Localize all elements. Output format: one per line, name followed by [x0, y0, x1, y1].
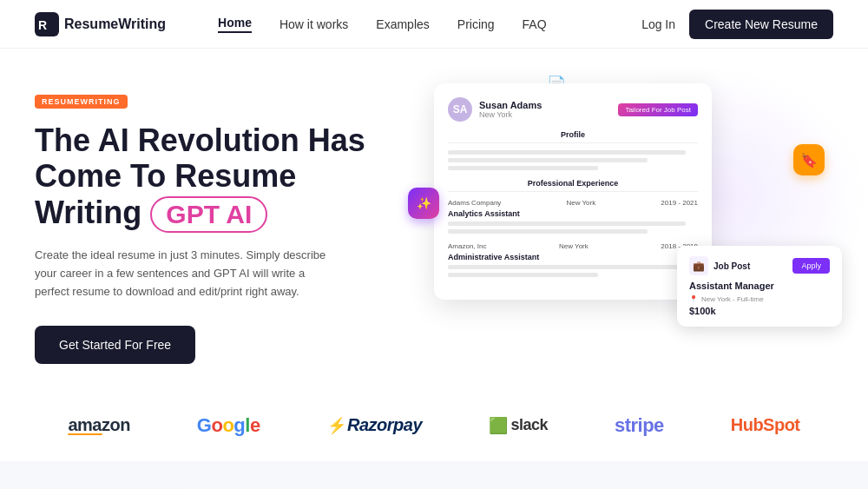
nav-pricing[interactable]: Pricing	[457, 17, 495, 31]
razorpay-logo: ⚡ Razorpay	[327, 415, 423, 435]
exp2-lines	[448, 265, 698, 277]
job-icon: 💼	[689, 256, 708, 275]
hero-title-line1: The AI Revolution Has	[35, 122, 365, 158]
exp1-company: Adams Company	[448, 199, 501, 207]
float-icon-purple: ✨	[408, 188, 439, 219]
resume-line	[448, 221, 686, 226]
exp-header-1: Adams Company New York 2019 - 2021	[448, 199, 698, 207]
hero-badge: RESUMEWRITING	[35, 95, 128, 109]
exp2-role: Administrative Assistant	[448, 253, 698, 261]
resume-location: New York	[479, 110, 542, 119]
logo-text: ResumeWriting	[64, 17, 166, 32]
google-logo: Google	[197, 414, 260, 437]
hubspot-text: HubSpot	[731, 415, 800, 434]
exp-item-1: Adams Company New York 2019 - 2021 Analy…	[448, 199, 698, 234]
nav-links: Home How it works Examples Pricing FAQ	[218, 16, 641, 33]
exp2-location: New York	[559, 242, 589, 250]
exp-header-2: Amazon, Inc New York 2018 - 2019	[448, 242, 698, 250]
job-post-card: 💼 Job Post Apply Assistant Manager 📍 New…	[677, 246, 842, 327]
job-meta: 📍 New York - Full-time	[689, 295, 830, 303]
hero-title-line3: Writing	[35, 195, 141, 230]
resume-card: SA Susan Adams New York Tailored For Job…	[434, 83, 712, 300]
resume-name-block: Susan Adams New York	[479, 100, 542, 119]
exp-item-2: Amazon, Inc New York 2018 - 2019 Adminis…	[448, 242, 698, 277]
logo-icon: R	[35, 12, 59, 36]
job-post-header: 💼 Job Post Apply	[689, 256, 830, 275]
navbar: R ResumeWriting Home How it works Exampl…	[0, 0, 868, 49]
location-icon: 📍	[689, 295, 698, 303]
exp1-role: Analytics Assistant	[448, 209, 698, 218]
stripe-text: stripe	[615, 414, 664, 436]
resume-name: Susan Adams	[479, 100, 542, 110]
slack-logo: 🟩 slack	[489, 416, 548, 435]
nav-home[interactable]: Home	[218, 16, 252, 33]
nav-examples[interactable]: Examples	[376, 17, 429, 31]
slack-text: slack	[510, 416, 548, 434]
amazon-logo: amazon	[68, 415, 129, 435]
get-started-button[interactable]: Get Started For Free	[35, 326, 195, 364]
profile-section-title: Profile	[448, 130, 698, 143]
hero-description: Create the ideal resume in just 3 minute…	[35, 247, 330, 301]
resume-line	[448, 229, 648, 234]
hero-title-line2: Come To Resume	[35, 158, 296, 194]
resume-line	[448, 158, 648, 162]
resume-line	[448, 265, 686, 269]
hero-visual: 📄 + + SA Susan Adams New York Tailored F…	[417, 83, 833, 327]
profile-lines	[448, 150, 698, 170]
resume-line	[448, 273, 598, 277]
hero-title: The AI Revolution Has Come To Resume Wri…	[35, 122, 399, 233]
hubspot-logo: HubSpot	[731, 415, 800, 435]
exp-section-title: Professional Experience	[448, 179, 698, 192]
login-button[interactable]: Log In	[641, 17, 675, 31]
exp1-lines	[448, 221, 698, 234]
job-title: Assistant Manager	[689, 281, 830, 291]
nav-how-it-works[interactable]: How it works	[279, 17, 348, 31]
g-letter: G	[197, 414, 212, 436]
avatar: SA	[448, 97, 472, 122]
hero-section: RESUMEWRITING The AI Revolution Has Come…	[0, 49, 868, 390]
create-resume-button[interactable]: Create New Resume	[689, 10, 833, 39]
tailored-badge: Tailored For Job Post	[618, 103, 698, 116]
slack-icon: 🟩	[489, 416, 508, 435]
razorpay-icon: ⚡	[327, 416, 346, 435]
svg-text:R: R	[38, 18, 47, 32]
job-post-label: Job Post	[713, 261, 750, 271]
apply-button[interactable]: Apply	[792, 258, 830, 274]
exp1-location: New York	[566, 199, 595, 207]
logo[interactable]: R ResumeWriting	[35, 12, 166, 36]
job-salary: $100k	[689, 306, 830, 316]
exp1-dates: 2019 - 2021	[661, 199, 698, 207]
hero-content: RESUMEWRITING The AI Revolution Has Come…	[35, 83, 399, 364]
section2: SA Susan Adams Assistant Manager ✏️	[0, 461, 868, 489]
nav-faq[interactable]: FAQ	[523, 17, 547, 31]
exp2-company: Amazon, Inc	[448, 242, 486, 250]
stripe-logo: stripe	[615, 414, 664, 437]
razorpay-text: Razorpay	[347, 415, 422, 435]
job-location: New York - Full-time	[701, 295, 764, 303]
resume-line	[448, 150, 686, 155]
resume-line	[448, 166, 598, 170]
logos-section: amazon Google ⚡ Razorpay 🟩 slack stripe …	[0, 390, 868, 461]
float-icon-orange: 🔖	[793, 144, 825, 175]
nav-actions: Log In Create New Resume	[641, 10, 833, 39]
gpt-badge: GPT AI	[150, 196, 267, 234]
resume-header: SA Susan Adams New York Tailored For Job…	[448, 97, 698, 122]
amazon-text: amazon	[68, 415, 129, 434]
